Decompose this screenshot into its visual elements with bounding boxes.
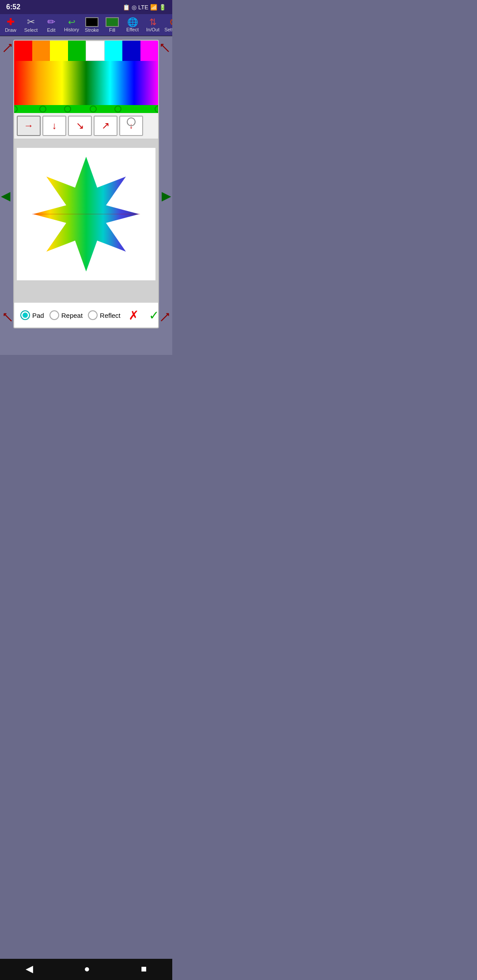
swatch-magenta[interactable] <box>140 41 159 61</box>
reflect-option[interactable]: Reflect <box>88 310 121 320</box>
star-preview <box>29 152 144 276</box>
effect-icon: 🌐 <box>127 18 138 26</box>
slider-dot-2[interactable] <box>64 106 71 113</box>
pad-option[interactable]: Pad <box>20 310 44 320</box>
direction-buttons: → ↓ ↘ ↗ ↓ <box>14 113 158 139</box>
status-bar: 6:52 📋 ◎ LTE 📶 🔋 <box>0 0 172 14</box>
reflect-label: Reflect <box>100 312 121 319</box>
effect-tool[interactable]: 🌐 Effect <box>123 16 142 34</box>
color-swatches-row <box>14 41 158 61</box>
slider-dot-4[interactable] <box>114 106 121 113</box>
fill-label: Fill <box>109 27 115 33</box>
swatch-blue[interactable] <box>122 41 140 61</box>
settings-tool[interactable]: ⚙ Settings <box>163 16 172 34</box>
dir-btn-right[interactable]: → <box>17 116 41 136</box>
history-tool[interactable]: ↩ History <box>62 16 81 34</box>
preview-bottom-pad <box>14 280 158 302</box>
reflect-radio[interactable] <box>88 310 98 320</box>
status-time: 6:52 <box>6 3 20 11</box>
settings-icon: ⚙ <box>169 18 172 26</box>
resize-handle-bl[interactable]: ⟵ <box>0 310 15 325</box>
select-label: Select <box>24 27 38 33</box>
draw-label: Draw <box>5 27 16 33</box>
dir-btn-diag-up[interactable]: ↗ <box>94 116 117 136</box>
draw-tool[interactable]: ✚ Draw <box>1 16 20 34</box>
repeat-option[interactable]: Repeat <box>49 310 83 320</box>
sim-icon: 📋 <box>123 4 130 11</box>
confirm-button[interactable]: ✓ <box>146 307 159 323</box>
edit-label: Edit <box>47 27 56 33</box>
right-arrow[interactable]: ▶ <box>162 188 171 203</box>
dir-btn-radial[interactable]: ↓ <box>119 116 143 136</box>
gradient-slider-track <box>14 105 158 113</box>
pad-label: Pad <box>32 312 44 319</box>
resize-handle-tr[interactable]: ⟶ <box>157 41 172 56</box>
fill-color-box <box>106 17 119 27</box>
select-icon: ✂ <box>27 17 35 27</box>
preview-area <box>14 139 158 302</box>
fill-tool[interactable]: Fill <box>102 16 122 34</box>
repeat-label: Repeat <box>61 312 83 319</box>
toolbar: ✚ Draw ✂ Select ✏ Edit ↩ History Stroke … <box>0 14 172 36</box>
gradient-dialog: → ↓ ↘ ↗ ↓ <box>13 40 159 328</box>
slider-dot-1[interactable] <box>39 106 46 113</box>
inout-tool[interactable]: ⇅ In/Out <box>143 16 163 34</box>
status-icons: 📋 ◎ LTE 📶 🔋 <box>123 4 166 11</box>
bottom-actions: ✗ ✓ <box>126 307 159 323</box>
lte-label: LTE <box>138 4 148 11</box>
stroke-label: Stroke <box>85 27 99 33</box>
battery-icon: 🔋 <box>159 4 166 11</box>
canvas-wrapper: ⟵ ⟶ ⟵ ⟶ ◀ ▶ <box>0 36 172 355</box>
dir-btn-diag-down[interactable]: ↘ <box>68 116 92 136</box>
gradient-bar[interactable] <box>14 61 158 105</box>
gradient-slider-line <box>14 109 158 110</box>
draw-icon: ✚ <box>7 17 15 27</box>
history-label: History <box>64 27 79 32</box>
at-icon: ◎ <box>132 4 136 11</box>
signal-icon: 📶 <box>150 4 157 11</box>
slider-dot-0[interactable] <box>13 106 18 113</box>
slider-dot-3[interactable] <box>90 106 97 113</box>
stroke-color-box <box>85 17 98 27</box>
swatch-yellow[interactable] <box>50 41 68 61</box>
settings-label: Settings <box>164 27 172 32</box>
edit-icon: ✏ <box>47 17 55 27</box>
left-arrow[interactable]: ◀ <box>1 188 11 203</box>
swatch-green[interactable] <box>68 41 86 61</box>
dir-btn-down[interactable]: ↓ <box>42 116 66 136</box>
repeat-radio[interactable] <box>49 310 59 320</box>
stroke-tool[interactable]: Stroke <box>82 16 102 34</box>
swatch-white[interactable] <box>86 41 105 61</box>
resize-handle-br[interactable]: ⟶ <box>157 310 172 325</box>
history-icon: ↩ <box>68 18 76 26</box>
effect-label: Effect <box>126 27 139 32</box>
resize-handle-tl[interactable]: ⟵ <box>0 41 15 56</box>
cancel-button[interactable]: ✗ <box>126 307 142 323</box>
edit-tool[interactable]: ✏ Edit <box>42 16 61 34</box>
inout-label: In/Out <box>146 27 159 32</box>
inout-icon: ⇅ <box>149 18 157 26</box>
swatch-orange[interactable] <box>32 41 50 61</box>
swatch-cyan[interactable] <box>105 41 123 61</box>
preview-inner <box>17 148 155 280</box>
slider-dot-5[interactable] <box>155 106 159 113</box>
pad-radio[interactable] <box>20 310 30 320</box>
select-tool[interactable]: ✂ Select <box>21 16 41 34</box>
swatch-red[interactable] <box>14 41 32 61</box>
bottom-controls: Pad Repeat Reflect ✗ ✓ <box>14 302 158 328</box>
